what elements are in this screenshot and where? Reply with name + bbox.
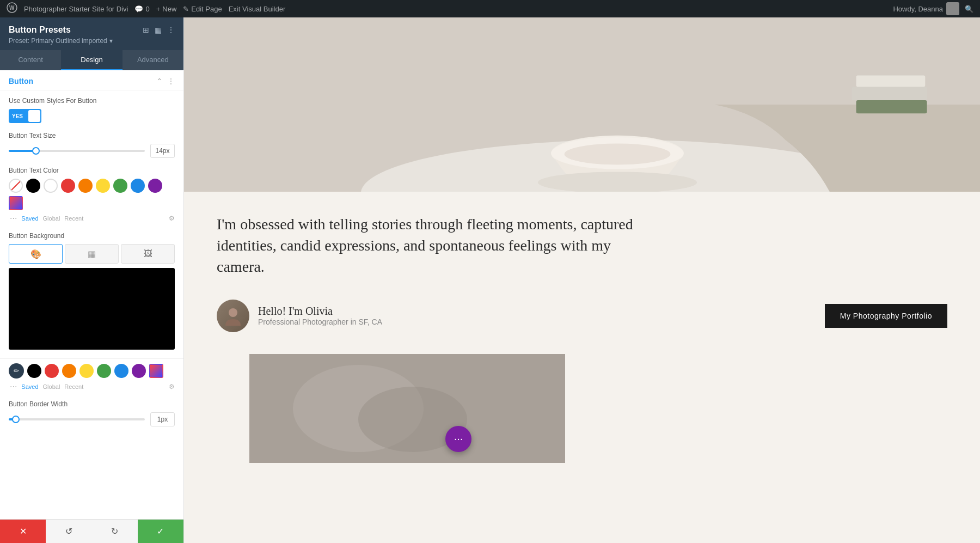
text-color-green[interactable] — [113, 179, 127, 193]
color-fill-icon: 🎨 — [30, 249, 41, 259]
panel-scroll[interactable]: Button ⌃ ⋮ Use Custom Styles For Button … — [0, 70, 183, 519]
lower-section: ··· — [184, 354, 980, 463]
preset-dropdown-icon[interactable]: ▾ — [109, 37, 113, 45]
text-size-control: 14px — [9, 144, 175, 158]
text-color-settings-icon[interactable]: ⚙ — [169, 215, 175, 222]
bg-color-settings-icon[interactable]: ⚙ — [169, 383, 175, 391]
text-color-pencil[interactable] — [9, 196, 23, 210]
border-width-value[interactable]: 1px — [150, 412, 175, 426]
bg-color-saved[interactable]: Saved — [21, 383, 38, 390]
site-name[interactable]: Photographer Starter Site for Divi — [24, 5, 128, 13]
author-avatar — [217, 300, 249, 332]
panel-title: Button Presets — [9, 25, 71, 35]
svg-point-7 — [565, 143, 671, 164]
bg-type-color[interactable]: 🎨 — [9, 244, 63, 264]
author-name: Hello! I'm Olivia — [258, 305, 382, 318]
text-color-meta: ··· Saved Global Recent ⚙ — [9, 213, 175, 223]
bg-color-more-dots[interactable]: ··· — [10, 382, 17, 392]
text-color-purple[interactable] — [148, 179, 162, 193]
text-color-label: Button Text Color — [9, 167, 175, 174]
bg-color-eraser[interactable] — [149, 364, 163, 378]
toggle-yes-label: YES — [9, 113, 23, 119]
bg-color-purple[interactable] — [132, 364, 146, 378]
border-width-thumb[interactable] — [12, 416, 20, 423]
fab-button[interactable]: ··· — [445, 426, 471, 452]
tab-advanced[interactable]: Advanced — [122, 50, 183, 70]
bg-color-red[interactable] — [45, 364, 59, 378]
admin-bar-right: Howdy, Deanna 🔍 — [893, 2, 973, 15]
panel-header: Button Presets ⊞ ▦ ⋮ Preset: Primary Out… — [0, 17, 183, 50]
exit-visual-builder-button[interactable]: Exit Visual Builder — [229, 5, 286, 13]
text-size-row: Button Text Size 14px — [0, 127, 183, 162]
bg-color-blue[interactable] — [114, 364, 128, 378]
text-size-thumb[interactable] — [32, 147, 40, 155]
text-color-white[interactable] — [44, 179, 58, 193]
border-width-row: Button Border Width 1px — [0, 396, 183, 431]
pencil-icon: ✎ — [183, 5, 189, 13]
bg-color-orange[interactable] — [62, 364, 76, 378]
edit-page-button[interactable]: ✎ Edit Page — [183, 5, 222, 13]
text-color-red[interactable] — [61, 179, 75, 193]
text-color-recent[interactable]: Recent — [64, 215, 83, 222]
bg-color-recent[interactable]: Recent — [64, 383, 83, 390]
split-icon[interactable]: ▦ — [155, 26, 162, 34]
bg-color-pen-icon[interactable]: ✏ — [9, 363, 24, 379]
more-icon[interactable]: ⋮ — [167, 26, 175, 34]
main-quote: I'm obsessed with telling stories throug… — [217, 213, 652, 278]
text-color-black[interactable] — [26, 179, 40, 193]
text-color-saved[interactable]: Saved — [21, 215, 38, 222]
author-title: Professional Photographer in SF, CA — [258, 318, 382, 326]
custom-styles-toggle[interactable]: YES — [9, 109, 41, 123]
text-color-orange[interactable] — [78, 179, 93, 193]
bg-color-global[interactable]: Global — [43, 383, 60, 390]
bg-type-image[interactable]: 🖼 — [121, 244, 175, 264]
undo-button[interactable]: ↺ — [46, 520, 91, 543]
text-color-blue[interactable] — [131, 179, 145, 193]
user-avatar — [946, 2, 959, 15]
expand-icon[interactable]: ⊞ — [143, 26, 149, 34]
search-icon[interactable]: 🔍 — [965, 5, 973, 13]
panel-title-row: Button Presets ⊞ ▦ ⋮ — [9, 25, 175, 35]
tab-design[interactable]: Design — [61, 50, 122, 70]
svg-rect-10 — [852, 87, 927, 100]
text-size-value[interactable]: 14px — [150, 144, 175, 158]
confirm-button[interactable]: ✓ — [138, 520, 183, 543]
section-more-icon[interactable]: ⋮ — [167, 77, 175, 86]
bottom-toolbar: ✕ ↺ ↻ ✓ — [0, 519, 183, 543]
hero-image — [184, 17, 980, 192]
cancel-button[interactable]: ✕ — [0, 520, 46, 543]
toggle-knob — [28, 110, 40, 122]
image-icon: 🖼 — [144, 249, 152, 259]
redo-button[interactable]: ↻ — [92, 520, 138, 543]
lower-image — [249, 354, 565, 463]
text-color-more-dots[interactable]: ··· — [10, 213, 17, 223]
bg-color-picker: ✏ ··· Saved Global Recent ⚙ — [0, 358, 183, 396]
bg-type-row: 🎨 ▦ 🖼 — [9, 244, 175, 264]
bg-section: Button Background 🎨 ▦ 🖼 — [0, 228, 183, 358]
svg-point-12 — [229, 308, 237, 317]
gradient-icon: ▦ — [88, 249, 96, 259]
admin-bar: W Photographer Starter Site for Divi 💬 0… — [0, 0, 980, 17]
wp-logo-icon[interactable]: W — [7, 2, 17, 15]
bg-color-black[interactable] — [27, 364, 41, 378]
svg-text:W: W — [9, 5, 15, 11]
border-width-track — [9, 418, 145, 420]
text-color-global[interactable]: Global — [43, 215, 60, 222]
bg-color-green[interactable] — [97, 364, 111, 378]
text-color-row: Button Text Color ··· Saved Globa — [0, 162, 183, 228]
custom-styles-toggle-row: Use Custom Styles For Button YES — [0, 90, 183, 127]
text-color-transparent[interactable] — [9, 179, 23, 193]
new-button[interactable]: + New — [156, 5, 177, 13]
bg-color-meta: ··· Saved Global Recent ⚙ — [9, 382, 175, 392]
portfolio-button[interactable]: My Photography Portfolio — [825, 304, 947, 328]
comment-bubble[interactable]: 💬 0 — [134, 5, 149, 13]
border-width-control: 1px — [9, 412, 175, 426]
collapse-icon[interactable]: ⌃ — [156, 77, 163, 86]
panel-tabs: Content Design Advanced — [0, 50, 183, 70]
text-color-yellow[interactable] — [96, 179, 110, 193]
bg-type-gradient[interactable]: ▦ — [65, 244, 119, 264]
button-section-header: Button ⌃ ⋮ — [0, 70, 183, 90]
bg-color-yellow[interactable] — [79, 364, 94, 378]
panel-preset: Preset: Primary Outlined imported ▾ — [9, 37, 175, 45]
tab-content[interactable]: Content — [0, 50, 61, 70]
